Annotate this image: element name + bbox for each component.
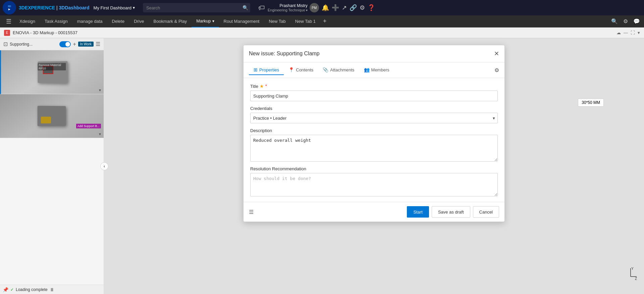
nav-item-task-assign[interactable]: Task Assign	[40, 15, 72, 27]
sidebar-item-1-expand-icon[interactable]: ▾	[99, 88, 101, 93]
title-input[interactable]	[250, 91, 498, 101]
notification-icon[interactable]: 🔔	[322, 4, 329, 11]
window-controls: ☁ — ⛶ ▾	[616, 30, 640, 35]
nav-item-delete[interactable]: Delete	[107, 15, 129, 27]
modal-body: Title ★ * Credentials Practice • LeaderP…	[244, 78, 504, 202]
pin-icon[interactable]: 📌	[3, 287, 8, 292]
modal-settings-icon[interactable]: ⚙	[494, 67, 499, 73]
properties-tab-icon: ⊞	[254, 67, 258, 72]
tab-properties[interactable]: ⊞ Properties	[249, 65, 284, 75]
connect-icon[interactable]: 🔗	[350, 4, 357, 11]
title-label: Title ★ *	[250, 83, 498, 89]
sidebar: ⊡ Supporting... + In Work ☰ 1. Remove Ma…	[0, 38, 104, 294]
search-input[interactable]	[143, 3, 250, 12]
window-app-icon: E	[4, 30, 10, 36]
canvas-area: 30*50 MM New issue: Supporting Clamp ✕ ⊞…	[104, 38, 644, 294]
contents-tab-icon: 📍	[288, 67, 294, 72]
pause-icon[interactable]: ⏸	[50, 287, 54, 292]
sidebar-item-2-expand-icon[interactable]: ▾	[99, 132, 101, 136]
modal-toolbar: ⊞ Properties 📍 Contents 📎 Attachments	[244, 62, 504, 78]
start-button[interactable]: Start	[407, 206, 429, 218]
window-bar: E ENOVIA - 3D Markup - 00015537 ☁ — ⛶ ▾	[0, 27, 644, 38]
sidebar-item-2-badge: Add Support B...	[76, 124, 101, 128]
credentials-select-wrapper: Practice • LeaderPracticeLeader ▾	[250, 113, 498, 123]
sidebar-item-1[interactable]: 1. Remove Material RP10 ☆ ▾	[0, 50, 104, 94]
add-icon[interactable]: ➕	[332, 4, 339, 11]
tab-attachments[interactable]: 📎 Attachments	[318, 65, 359, 75]
credentials-field-group: Credentials Practice • LeaderPracticeLea…	[250, 106, 498, 123]
sidebar-item-1-star[interactable]: ☆	[90, 53, 94, 58]
required-asterisk: *	[265, 84, 267, 89]
modal-header: New issue: Supporting Clamp ✕	[244, 45, 504, 62]
share-icon[interactable]: ↗	[342, 4, 347, 11]
tab-members[interactable]: 👥 Members	[359, 65, 394, 75]
hamburger-menu[interactable]: ☰	[3, 15, 15, 27]
svg-text:Y: Y	[631, 267, 634, 271]
status-bar: 📌 ✓ Loading complete ⏸	[0, 285, 104, 294]
save-draft-button[interactable]: Save as draft	[432, 206, 470, 218]
nav-search-icon[interactable]: 🔍	[610, 18, 619, 24]
check-icon: ✓	[10, 287, 14, 292]
sidebar-menu-icon[interactable]: ☰	[96, 41, 100, 47]
loading-status-text: Loading complete	[16, 287, 48, 292]
sidebar-resize-icon[interactable]: ⊡	[3, 41, 8, 47]
modal-footer: ☰ Start Save as draft Cancel	[244, 202, 504, 222]
brand-label: 3DEXPERIENCE | 3DDashboard	[19, 5, 90, 10]
main-content: ⊡ Supporting... + In Work ☰ 1. Remove Ma…	[0, 38, 644, 294]
nav-item-manage-data[interactable]: manage data	[72, 15, 107, 27]
footer-menu-icon[interactable]: ☰	[249, 209, 254, 215]
sidebar-add-icon[interactable]: +	[73, 41, 76, 47]
sidebar-item-2[interactable]: 2. Add Support B... ▾	[0, 94, 104, 138]
modal-title: New issue: Supporting Clamp	[249, 51, 494, 57]
modal-close-button[interactable]: ✕	[494, 50, 499, 57]
nav-item-bookmark-play[interactable]: Bookmark & Play	[149, 15, 192, 27]
user-profile[interactable]: Prashant Mistry Engineering Technique ▾ …	[268, 3, 319, 12]
sidebar-item-2-image: Add Support B...	[0, 94, 104, 138]
nav-chat-icon[interactable]: 💬	[632, 18, 641, 24]
tools-icon[interactable]: ⚙	[360, 4, 365, 11]
nav-bar: ☰ Xdesign Task Assign manage data Delete…	[0, 15, 644, 27]
collapse-icon[interactable]: ▾	[638, 30, 640, 35]
cloud-icon[interactable]: ☁	[616, 30, 621, 35]
members-tab-icon: 👥	[364, 67, 370, 72]
nav-item-new-tab[interactable]: New Tab	[264, 15, 290, 27]
cancel-button[interactable]: Cancel	[473, 206, 499, 218]
resolution-label: Resolution Recommendation	[250, 166, 498, 171]
user-role: Engineering Technique	[268, 8, 305, 12]
toggle-switch[interactable]	[59, 41, 71, 47]
search-icon[interactable]: 🔍	[243, 5, 248, 10]
credentials-select[interactable]: Practice • LeaderPracticeLeader	[250, 113, 498, 123]
description-label: Description	[250, 128, 498, 133]
modal-overlay: New issue: Supporting Clamp ✕ ⊞ Properti…	[104, 38, 644, 294]
nav-item-new-tab-1[interactable]: New Tab 1	[290, 15, 320, 27]
description-field-group: Description Reduced overall weight	[250, 128, 498, 162]
modal-tabs: ⊞ Properties 📍 Contents 📎 Attachments	[249, 65, 394, 75]
tag-icon[interactable]: 🏷	[258, 4, 265, 12]
sidebar-collapse-arrow[interactable]: ‹	[100, 162, 108, 170]
app-logo[interactable]: 3D ▶	[3, 1, 16, 14]
help-icon[interactable]: ❓	[368, 4, 375, 11]
search-bar: 🔍	[143, 3, 250, 12]
minimize-icon[interactable]: —	[624, 30, 628, 35]
attachments-tab-icon: 📎	[323, 67, 328, 72]
new-issue-modal: New issue: Supporting Clamp ✕ ⊞ Properti…	[243, 45, 505, 222]
svg-text:Z: Z	[635, 277, 637, 280]
maximize-icon[interactable]: ⛶	[631, 30, 635, 35]
in-work-badge: In Work	[78, 42, 94, 47]
resolution-textarea[interactable]	[250, 173, 498, 196]
required-star-icon: ★	[260, 83, 264, 89]
user-name: Prashant Mistry	[268, 3, 308, 8]
avatar[interactable]: PM	[310, 3, 319, 12]
nav-right-actions: 🔍 ⚙ 💬	[610, 18, 641, 24]
description-textarea[interactable]: Reduced overall weight	[250, 135, 498, 162]
nav-item-rout-management[interactable]: Rout Management	[219, 15, 264, 27]
add-tab-icon[interactable]: +	[320, 18, 329, 25]
nav-item-markup[interactable]: Markup ▾	[192, 15, 219, 27]
nav-item-drive[interactable]: Drive	[129, 15, 149, 27]
dashboard-selector[interactable]: My First Dashboard ▾	[94, 5, 135, 10]
sidebar-header: ⊡ Supporting... + In Work ☰	[0, 38, 104, 50]
nav-settings-icon[interactable]: ⚙	[622, 18, 629, 24]
tab-contents[interactable]: 📍 Contents	[284, 65, 318, 75]
nav-item-xdesign[interactable]: Xdesign	[15, 15, 40, 27]
sidebar-item-1-image: Remove Material RP10	[1, 50, 104, 94]
